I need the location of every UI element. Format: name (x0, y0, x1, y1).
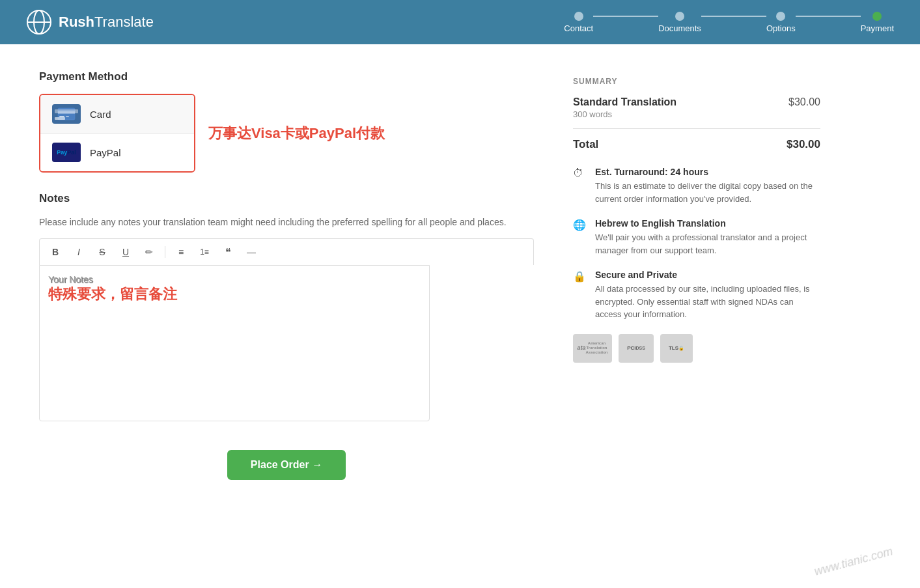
payment-methods-container: Card PayPal PayPal (39, 94, 195, 173)
summary-item-sub: 300 words (573, 109, 676, 119)
info-secure-content: Secure and Private All data processed by… (595, 270, 820, 321)
info-turnaround-text: This is an estimate to deliver the digit… (595, 180, 820, 205)
step-payment: Payment (861, 12, 894, 33)
payment-annotation: 万事达Visa卡或PayPal付款 (208, 124, 385, 143)
step-line-2 (701, 16, 766, 17)
place-order-button[interactable]: Place Order → (227, 450, 346, 480)
summary-title: SUMMARY (573, 77, 820, 86)
toolbar-highlight[interactable]: ✏ (141, 244, 157, 260)
toolbar-divider-1 (165, 246, 165, 258)
notes-input-wrapper: Your Notes 特殊要求，留言备注 (39, 265, 430, 424)
notes-title: Notes (39, 192, 534, 205)
paypal-icon: PayPal (52, 143, 81, 162)
info-turnaround: ⏱ Est. Turnaround: 24 hours This is an e… (573, 167, 820, 205)
editor-toolbar: B I S U ✏ ≡ 1≡ ❝ — (39, 238, 534, 265)
logo-area: RushTranslate (26, 9, 154, 35)
toolbar-underline[interactable]: U (118, 244, 133, 260)
notes-textarea[interactable] (39, 265, 430, 421)
notes-section: Notes Please include any notes your tran… (39, 192, 534, 424)
progress-steps: Contact Documents Options Payment (564, 12, 894, 33)
info-turnaround-heading: Est. Turnaround: 24 hours (595, 167, 820, 177)
step-dot-payment (872, 12, 882, 21)
summary-item-row: Standard Translation 300 words $30.00 (573, 96, 820, 119)
toolbar-hr[interactable]: — (244, 244, 259, 260)
step-label-options: Options (766, 23, 796, 33)
step-line-3 (796, 16, 861, 17)
notes-description: Please include any notes your translatio… (39, 216, 534, 229)
info-secure-heading: Secure and Private (595, 270, 820, 280)
step-label-documents: Documents (658, 23, 701, 33)
info-turnaround-content: Est. Turnaround: 24 hours This is an est… (595, 167, 820, 205)
toolbar-italic[interactable]: I (71, 244, 87, 260)
lock-icon: 🔒 (573, 270, 587, 285)
summary-total-row: Total $30.00 (573, 138, 820, 151)
toolbar-bold[interactable]: B (48, 244, 63, 260)
info-translation-content: Hebrew to English Translation We'll pair… (595, 218, 820, 257)
info-translation-text: We'll pair you with a professional trans… (595, 231, 820, 257)
summary-item-name: Standard Translation (573, 96, 676, 108)
total-label: Total (573, 138, 598, 151)
summary-item-info: Standard Translation 300 words (573, 96, 676, 119)
svg-rect-6 (66, 116, 69, 117)
payment-row: Card PayPal PayPal 万事达Visa卡或PayPal付款 (39, 94, 534, 173)
paypal-label: PayPal (90, 147, 121, 158)
payment-option-paypal[interactable]: PayPal PayPal (40, 133, 194, 171)
step-documents: Documents (658, 12, 701, 33)
info-translation-heading: Hebrew to English Translation (595, 218, 820, 229)
summary-item-price: $30.00 (788, 96, 820, 108)
toolbar-bullet-list[interactable]: ≡ (173, 244, 189, 260)
payment-method-title: Payment Method (39, 70, 534, 83)
total-price: $30.00 (787, 138, 820, 151)
left-panel: Payment Method Card (39, 70, 534, 562)
info-secure: 🔒 Secure and Private All data processed … (573, 270, 820, 321)
step-line-1 (593, 16, 658, 17)
info-secure-text: All data processed by our site, includin… (595, 283, 820, 321)
toolbar-quote[interactable]: ❝ (220, 244, 236, 260)
badge-pci: PCI DSS (619, 334, 654, 363)
badge-ata: ata AmericanTranslationAssociation (573, 334, 612, 363)
svg-rect-4 (58, 111, 75, 114)
main-content: Payment Method Card (0, 44, 920, 588)
globe-icon: 🌐 (573, 219, 587, 233)
step-dot-options (776, 12, 785, 21)
payment-option-card[interactable]: Card (40, 95, 194, 133)
card-label: Card (90, 109, 111, 120)
logo-text: RushTranslate (59, 14, 154, 31)
step-label-payment: Payment (861, 23, 894, 33)
clock-icon: ⏱ (573, 167, 587, 182)
logo-icon (26, 9, 52, 35)
step-options: Options (766, 12, 796, 33)
step-label-contact: Contact (564, 23, 593, 33)
right-panel: SUMMARY Standard Translation 300 words $… (573, 70, 820, 562)
step-contact: Contact (564, 12, 593, 33)
step-dot-documents (675, 12, 684, 21)
header: RushTranslate Contact Documents Options … (0, 0, 920, 44)
place-order-area: Place Order → (39, 450, 534, 480)
toolbar-ordered-list[interactable]: 1≡ (197, 244, 212, 260)
toolbar-strikethrough[interactable]: S (94, 244, 110, 260)
badge-tls: TLS 🔒 (660, 334, 693, 363)
summary-divider (573, 128, 820, 129)
svg-rect-5 (59, 116, 64, 117)
info-translation: 🌐 Hebrew to English Translation We'll pa… (573, 218, 820, 257)
card-icon (52, 104, 81, 124)
step-dot-contact (574, 12, 583, 21)
trust-badges: ata AmericanTranslationAssociation PCI D… (573, 334, 820, 363)
